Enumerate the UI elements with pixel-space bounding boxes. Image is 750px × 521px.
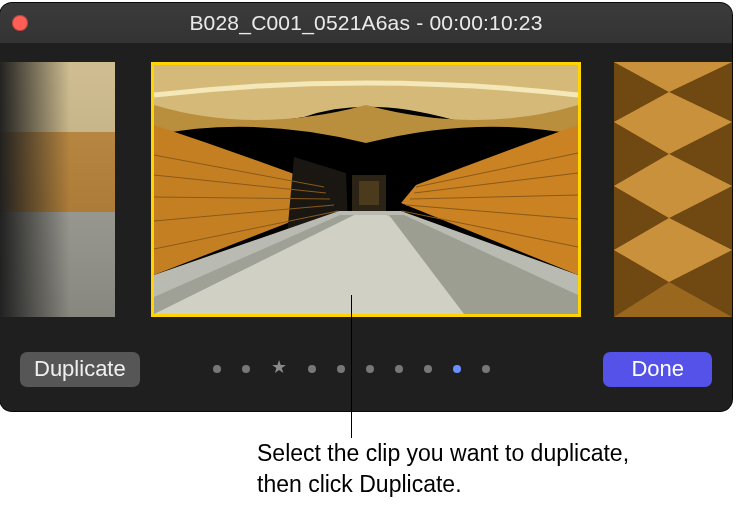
svg-rect-3 [0,62,115,317]
pagination-dot-active[interactable] [453,365,461,373]
pagination-dot[interactable] [242,365,250,373]
titlebar: B028_C001_0521A6as - 00:00:10:23 [0,3,732,43]
close-window-button[interactable] [12,15,28,31]
pagination-dot[interactable] [366,365,374,373]
audition-window: B028_C001_0521A6as - 00:00:10:23 [0,3,732,411]
duplicate-button[interactable]: Duplicate [20,352,140,387]
pagination-dot[interactable] [395,365,403,373]
window-title: B028_C001_0521A6as - 00:00:10:23 [28,11,704,35]
pagination-dot[interactable] [308,365,316,373]
svg-rect-5 [359,181,379,205]
pagination-dot[interactable] [213,365,221,373]
pagination-dot[interactable] [424,365,432,373]
clip-thumbnail-selected[interactable] [151,62,581,317]
done-button[interactable]: Done [603,352,712,387]
clip-filmstrip[interactable] [0,43,732,339]
callout-leader-line [351,295,352,438]
clip-thumbnail-prev[interactable] [0,62,115,317]
toolbar: Duplicate ★ Done [0,339,732,411]
clip-thumbnail-next[interactable] [614,62,732,317]
pagination-dot[interactable] [482,365,490,373]
pagination-dot[interactable] [337,365,345,373]
callout-text: Select the clip you want to duplicate, t… [257,438,657,500]
favorite-star-icon[interactable]: ★ [271,363,287,371]
